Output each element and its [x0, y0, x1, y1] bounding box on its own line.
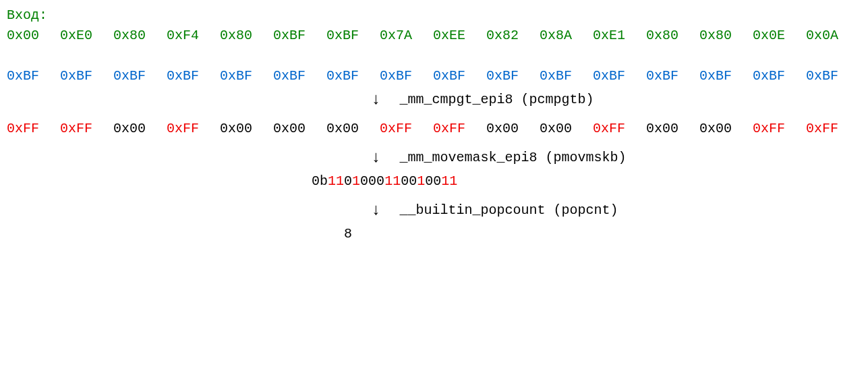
byte-value: 0x8A [540, 26, 593, 46]
byte-value: 0xFF [593, 119, 646, 139]
byte-value: 0xE0 [60, 26, 113, 46]
byte-value: 0xBF [699, 66, 753, 86]
arrow-down-icon: ↓ [371, 144, 399, 171]
step-cmpgt: ↓ _mm_cmpgt_epi8 (pcmpgtb) [7, 86, 861, 113]
bits-row: 0b1101000110010011 [7, 171, 861, 192]
byte-value: 0xBF [753, 66, 806, 86]
result-value: 8 [7, 224, 861, 244]
byte-value: 0xBF [326, 26, 380, 46]
byte-value: 0x7A [380, 26, 433, 46]
bit-char: 0 [433, 173, 441, 189]
bit-char: 1 [336, 173, 344, 189]
byte-value: 0xFF [806, 119, 838, 139]
bit-char: 1 [328, 173, 336, 189]
byte-value: 0x00 [220, 119, 273, 139]
arrow-down-icon: ↓ [371, 86, 399, 113]
bit-char: 0 [344, 173, 352, 189]
byte-value: 0xBF [167, 66, 220, 86]
byte-value: 0xBF [273, 66, 326, 86]
byte-value: 0xBF [593, 66, 646, 86]
byte-value: 0xBF [433, 66, 486, 86]
bit-char: 0 [425, 173, 433, 189]
bit-char: 0 [409, 173, 417, 189]
byte-value: 0xEE [433, 26, 486, 46]
byte-value: 0x00 [540, 119, 593, 139]
byte-value: 0x00 [7, 26, 60, 46]
step3-label: __builtin_popcount (popcnt) [399, 200, 618, 221]
arrow-down-icon: ↓ [371, 197, 399, 224]
byte-value: 0xFF [433, 119, 486, 139]
bit-char: 1 [441, 173, 449, 189]
byte-value: 0xFF [753, 119, 806, 139]
byte-value: 0xBF [806, 66, 838, 86]
byte-value: 0x00 [486, 119, 540, 139]
byte-value: 0x80 [699, 26, 753, 46]
byte-value: 0x00 [326, 119, 380, 139]
byte-value: 0x0A [806, 26, 838, 46]
bit-char: 1 [393, 173, 401, 189]
bits-prefix: 0b [312, 173, 328, 189]
byte-value: 0xBF [113, 66, 167, 86]
bit-char: 1 [384, 173, 393, 189]
step1-label: _mm_cmpgt_epi8 (pcmpgtb) [399, 90, 594, 110]
cmp-bytes-row: 0xFF0xFF0x000xFF0x000x000x000xFF0xFF0x00… [7, 119, 861, 139]
byte-value: 0x00 [646, 119, 699, 139]
step-movemask: ↓ _mm_movemask_epi8 (pmovmskb) [7, 144, 861, 171]
byte-value: 0x00 [113, 119, 167, 139]
byte-value: 0xBF [486, 66, 540, 86]
bit-char: 0 [376, 173, 384, 189]
byte-value: 0xBF [380, 66, 433, 86]
byte-value: 0x80 [113, 26, 167, 46]
byte-value: 0xBF [273, 26, 326, 46]
byte-value: 0x82 [486, 26, 540, 46]
byte-value: 0x80 [220, 26, 273, 46]
byte-value: 0xBF [326, 66, 380, 86]
byte-value: 0xBF [540, 66, 593, 86]
byte-value: 0xBF [60, 66, 113, 86]
bit-char: 1 [449, 173, 457, 189]
step2-label: _mm_movemask_epi8 (pmovmskb) [399, 148, 626, 168]
byte-value: 0xBF [646, 66, 699, 86]
bit-char: 1 [352, 173, 360, 189]
byte-value: 0xFF [7, 119, 60, 139]
bit-char: 0 [368, 173, 376, 189]
input-bytes-row: 0x000xE00x800xF40x800xBF0xBF0x7A0xEE0x82… [7, 26, 861, 46]
byte-value: 0xFF [380, 119, 433, 139]
input-label: Вход: [7, 5, 861, 26]
byte-value: 0x80 [646, 26, 699, 46]
bit-char: 0 [401, 173, 409, 189]
byte-value: 0x0E [753, 26, 806, 46]
bit-char: 1 [417, 173, 425, 189]
byte-value: 0xFF [60, 119, 113, 139]
mask-bytes-row: 0xBF0xBF0xBF0xBF0xBF0xBF0xBF0xBF0xBF0xBF… [7, 66, 861, 86]
byte-value: 0x00 [273, 119, 326, 139]
byte-value: 0xF4 [167, 26, 220, 46]
step-popcount: ↓ __builtin_popcount (popcnt) [7, 197, 861, 224]
byte-value: 0xFF [167, 119, 220, 139]
byte-value: 0xE1 [593, 26, 646, 46]
byte-value: 0x00 [699, 119, 753, 139]
byte-value: 0xBF [220, 66, 273, 86]
byte-value: 0xBF [7, 66, 60, 86]
bit-char: 0 [360, 173, 368, 189]
